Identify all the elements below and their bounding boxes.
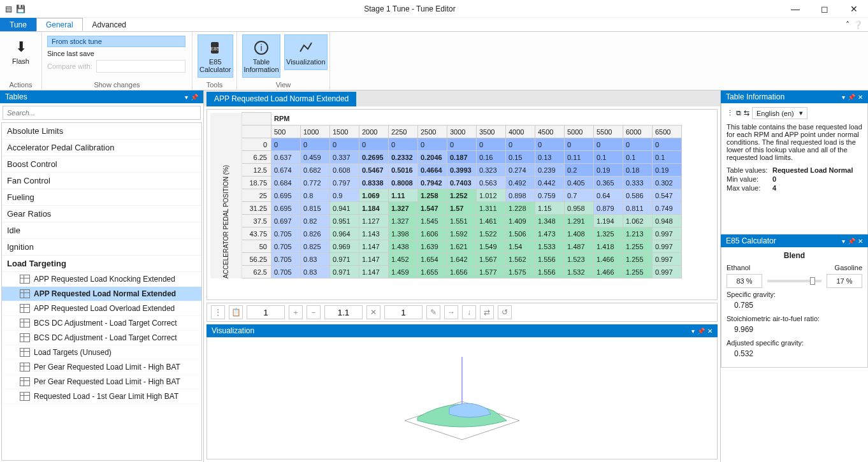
cell[interactable]: 0.15 [506,151,535,164]
cell[interactable]: 1.348 [535,215,565,227]
cell[interactable]: 0.997 [653,253,682,266]
cell[interactable]: 0.442 [535,177,565,189]
cell[interactable]: 0.964 [330,227,359,240]
cell[interactable]: 1.143 [359,227,389,240]
cell[interactable]: 0.274 [506,164,535,177]
cell[interactable]: 0 [330,138,359,151]
cell[interactable]: 0.19 [594,164,623,177]
cell[interactable]: 1.606 [418,227,447,240]
cell[interactable]: 1.459 [389,266,418,278]
e85-calculator-button[interactable]: E85 E85 Calculator [198,34,233,78]
cell[interactable]: 0.941 [330,202,359,215]
plus-icon[interactable]: ＋ [289,305,303,319]
save-icon[interactable]: 💾 [16,4,25,13]
cell[interactable]: 1.551 [447,215,477,227]
language-select[interactable]: English (en)▾ [752,107,807,119]
tables-tree[interactable]: Absolute LimitsAccelerator Pedal Calibra… [1,122,202,461]
cell[interactable]: 1.656 [447,266,477,278]
table-item[interactable]: APP Requested Load Normal Extended [2,287,201,301]
cell[interactable]: 0.302 [653,177,682,189]
cell[interactable]: 0.951 [330,215,359,227]
cell[interactable]: 1.147 [359,266,389,278]
calc-close-icon[interactable]: ✕ [858,238,863,245]
cell[interactable]: 1.252 [447,189,477,202]
cell[interactable]: 0.2332 [389,151,418,164]
cell[interactable]: 0.879 [594,202,623,215]
cell[interactable]: 0.997 [653,227,682,240]
edit-value-2[interactable] [324,305,363,319]
cell[interactable]: 1.147 [359,240,389,253]
cell[interactable]: 1.466 [594,253,623,266]
grip-icon[interactable]: ⋮ [727,109,734,117]
category-item[interactable]: Fan Control [2,173,201,189]
cell[interactable]: 0.674 [271,164,301,177]
cell[interactable]: 1.57 [447,202,477,215]
cell[interactable]: 0.759 [535,189,565,202]
cell[interactable]: 0.958 [565,202,594,215]
cell[interactable]: 0.684 [271,177,301,189]
cell[interactable]: 0.83 [301,266,330,278]
cell[interactable]: 1.255 [623,240,653,253]
cell[interactable]: 0.187 [447,151,477,164]
cell[interactable]: 1.398 [389,227,418,240]
data-table[interactable]: ACCELERATOR PEDAL POSITION (%)RPM5001000… [210,112,682,278]
cell[interactable]: 0 [594,138,623,151]
cell[interactable]: 0.772 [301,177,330,189]
arrow-down-icon[interactable]: ↓ [462,305,476,319]
cell[interactable]: 0.547 [653,189,682,202]
cell[interactable]: 0.969 [330,240,359,253]
info-pin-icon[interactable]: 📌 [848,94,855,101]
table-item[interactable]: APP Requested Load Knocking Extended [2,272,201,287]
table-item[interactable]: Load Targets (Unused) [2,345,201,360]
cell[interactable]: 1.408 [565,227,594,240]
undo-icon[interactable]: ↺ [498,305,512,319]
table-item[interactable]: Per Gear Requested Load Limit - High BAT [2,375,201,389]
category-item[interactable]: Boost Control [2,156,201,173]
cell[interactable]: 1.461 [477,215,506,227]
collapse-ribbon-icon[interactable]: ˄ [846,20,850,29]
cell[interactable]: 1.213 [623,227,653,240]
dropdown-icon[interactable]: ▾ [185,94,188,101]
cell[interactable]: 0.8338 [359,177,389,189]
cell[interactable]: 1.452 [389,253,418,266]
cell[interactable]: 0.239 [535,164,565,177]
cell[interactable]: 1.577 [477,266,506,278]
cell[interactable]: 1.533 [535,240,565,253]
cell[interactable]: 0 [447,138,477,151]
cell[interactable]: 1.642 [447,253,477,266]
cell[interactable]: 0.815 [301,202,330,215]
cell[interactable]: 0.7403 [447,177,477,189]
table-info-button[interactable]: i Table Information [242,34,280,78]
cell[interactable]: 1.575 [506,266,535,278]
edit-value-1[interactable] [247,305,285,319]
copy-icon[interactable]: ⧉ [736,109,741,117]
cell[interactable]: 1.418 [594,240,623,253]
cell[interactable]: 0 [623,138,653,151]
table-item[interactable]: BCS DC Adjustment - Load Target Correct [2,316,201,331]
cell[interactable]: 1.54 [506,240,535,253]
cell[interactable]: 0.333 [623,177,653,189]
cell[interactable]: 1.069 [359,189,389,202]
cell[interactable]: 1.325 [594,227,623,240]
category-item[interactable]: Absolute Limits [2,123,201,140]
cell[interactable]: 0.7942 [418,177,447,189]
cell[interactable]: 1.532 [565,266,594,278]
cell[interactable]: 0.705 [271,253,301,266]
cell[interactable]: 1.523 [565,253,594,266]
table-item[interactable]: APP Requested Load Overload Extended [2,301,201,316]
cell[interactable]: 0.971 [330,253,359,266]
cell[interactable]: 0.492 [506,177,535,189]
cell[interactable]: 0.705 [271,240,301,253]
cell[interactable]: 1.147 [359,253,389,266]
arrow-right-icon[interactable]: → [444,305,458,319]
cell[interactable]: 0 [565,138,594,151]
cell[interactable]: 0.749 [653,202,682,215]
cell[interactable]: 0.1 [594,151,623,164]
swap-icon[interactable]: ⇄ [480,305,494,319]
gasoline-spinner[interactable]: 17 % [827,274,862,288]
viz-close-icon[interactable]: ✕ [707,328,712,335]
cell[interactable]: 0.695 [271,189,301,202]
info-close-icon[interactable]: ✕ [858,94,863,101]
tab-tune[interactable]: Tune [0,18,36,31]
cell[interactable]: 1.291 [565,215,594,227]
